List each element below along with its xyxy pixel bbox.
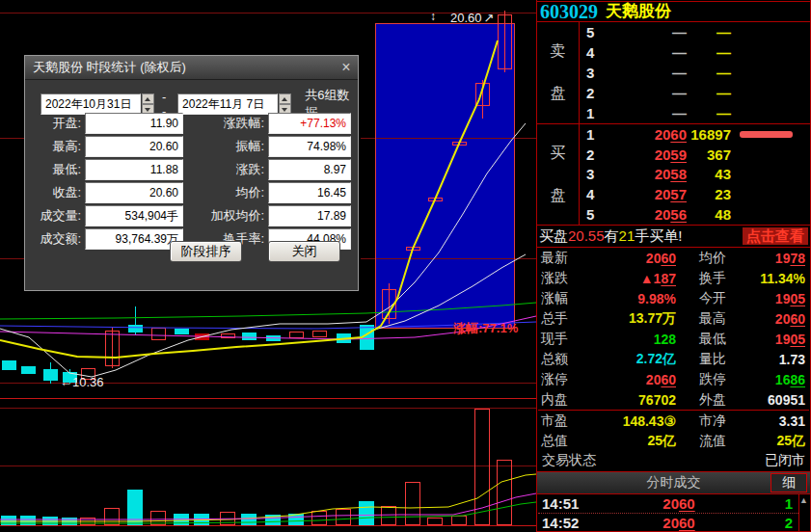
big-order-notice: 买盘20.55有21手买单! 点击查看 — [537, 225, 810, 248]
trade-count: 2 — [760, 515, 798, 531]
stat-label: 市盈 — [538, 412, 587, 430]
stat-value: 128 — [587, 332, 676, 347]
quote-row: 内盘76702外盘60951 — [538, 389, 809, 410]
volume-bar — [498, 461, 512, 525]
candle — [43, 369, 58, 381]
sell-row-5[interactable]: 5—— — [581, 24, 809, 40]
sell-row-3[interactable]: 3—— — [581, 65, 809, 81]
candle — [175, 329, 189, 334]
dialog-field-row: 振幅:74.98% — [197, 135, 351, 158]
high-field: 20.60 — [85, 136, 183, 157]
dialog-field-row: 涨跌幅:+77.13% — [197, 112, 351, 135]
volume-label: 成交量: — [29, 207, 81, 225]
stat-value: 2060 — [747, 311, 809, 327]
volume-depth-bar — [740, 131, 793, 138]
level-number: 2 — [581, 85, 604, 101]
buy-price: 2059 — [604, 146, 687, 163]
buy-price: 2057 — [604, 186, 687, 202]
pan-char: 盘 — [551, 186, 566, 206]
stat-value: 3.31 — [747, 413, 809, 429]
volume-bar — [382, 507, 396, 525]
notice-text-segment: 20.55 — [568, 227, 605, 244]
candle — [152, 329, 166, 340]
sell-side-label: 卖 盘 — [537, 22, 580, 123]
stat-label: 涨幅 — [538, 290, 587, 307]
dialog-close-icon[interactable]: × — [335, 59, 358, 76]
avg-price-label: 均价: — [197, 184, 264, 201]
spinner-up-icon[interactable] — [142, 93, 154, 104]
stat-value: 2.72亿 — [587, 351, 676, 368]
tab-detail[interactable]: 细 — [770, 473, 807, 492]
notice-text-segment: 手买单! — [635, 227, 682, 244]
tick-trade-row[interactable]: 14:5120601 — [538, 494, 798, 514]
buy-row-1[interactable]: 1206016897 — [581, 126, 809, 143]
buy-volume: 48 — [687, 206, 731, 223]
tick-trade-row[interactable]: 14:5220602 — [538, 514, 798, 532]
buy-row-4[interactable]: 4205723 — [581, 186, 809, 202]
trade-time: 14:52 — [538, 515, 598, 531]
buy-side-label: 买 盘 — [537, 124, 580, 225]
stock-code: 603029 — [540, 2, 598, 21]
candle — [128, 325, 143, 332]
amplitude-field: 74.98% — [268, 136, 351, 157]
change-pct-field: +77.13% — [268, 113, 351, 134]
sell-row-2[interactable]: 2—— — [581, 85, 809, 101]
tick-trades-tabbar: 分时成交 细 — [537, 471, 810, 494]
quote-row: 涨幅9.98%今开1905 — [538, 289, 809, 309]
change-pct-label: 涨跌幅: — [197, 115, 264, 132]
buy-row-5[interactable]: 5205648 — [581, 206, 809, 223]
sell-char: 卖 — [551, 41, 566, 62]
level-number: 4 — [581, 186, 604, 202]
close-button[interactable]: 关闭 — [268, 241, 340, 262]
stat-label: 最新 — [538, 250, 587, 267]
quote-row: 涨跌▲187换手11.34% — [538, 269, 809, 289]
buy-volume: 16897 — [687, 126, 731, 143]
level-number: 3 — [581, 65, 604, 81]
level-number: 2 — [581, 146, 604, 163]
stat-label: 总额 — [538, 351, 587, 368]
level-number: 4 — [581, 44, 604, 61]
sell-row-1[interactable]: 1—— — [581, 105, 809, 121]
buy-row-3[interactable]: 3205843 — [581, 166, 809, 182]
level-number: 1 — [581, 126, 604, 143]
quote-row: 最新2060均价1978 — [538, 249, 809, 269]
stat-label: 量比 — [699, 351, 747, 368]
volume-bar — [428, 519, 443, 525]
dialog-titlebar[interactable]: 天鹅股份 时段统计 (除权后) × — [25, 56, 358, 80]
volume-bar — [241, 514, 257, 525]
selection-gain-label: 涨幅:77.1% — [453, 320, 518, 337]
quote-stats-grid: 最新2060均价1978涨跌▲187换手11.34%涨幅9.98%今开1905总… — [538, 249, 809, 410]
level-number: 5 — [581, 24, 604, 40]
click-to-view-button[interactable]: 点击查看 — [743, 227, 808, 245]
stat-value: ▲187 — [587, 271, 676, 286]
stat-value: 1905 — [747, 332, 809, 347]
candle — [2, 360, 16, 370]
volume-bar — [359, 501, 374, 525]
dialog-title: 天鹅股份 时段统计 (除权后) — [33, 59, 186, 76]
buy-row-2[interactable]: 22059367 — [581, 146, 809, 163]
stat-value: 13.77万 — [587, 310, 676, 328]
spinner-up-icon[interactable] — [279, 93, 291, 104]
low-field: 11.88 — [85, 159, 183, 180]
sell-price: — — [604, 85, 687, 101]
change-field: 8.97 — [268, 159, 351, 180]
stage-sort-button[interactable]: 阶段排序 — [170, 241, 242, 262]
volume-bar — [452, 517, 467, 525]
weighted-avg-label: 加权均价: — [197, 207, 264, 225]
candle — [313, 332, 327, 337]
candle — [21, 366, 36, 374]
dialog-field-row: 加权均价:17.89 — [197, 204, 351, 227]
stat-value: 2060 — [587, 372, 676, 387]
scroll-up-arrow[interactable]: ▲ — [799, 495, 808, 505]
stat-label: 流值 — [699, 433, 747, 450]
sell-volume: — — [687, 85, 731, 101]
stat-label: 现手 — [538, 331, 587, 348]
buy-char: 买 — [551, 144, 566, 164]
sell-row-4[interactable]: 4—— — [581, 44, 809, 61]
trade-status-row: 交易状态 已闭市 — [538, 450, 809, 470]
low-price-label: ←10.36 — [60, 375, 104, 389]
stat-value: 1978 — [747, 251, 809, 266]
buy-price: 2058 — [604, 166, 687, 182]
stat-label: 涨停 — [538, 371, 587, 388]
tab-tick-trades[interactable]: 分时成交 — [647, 474, 701, 492]
